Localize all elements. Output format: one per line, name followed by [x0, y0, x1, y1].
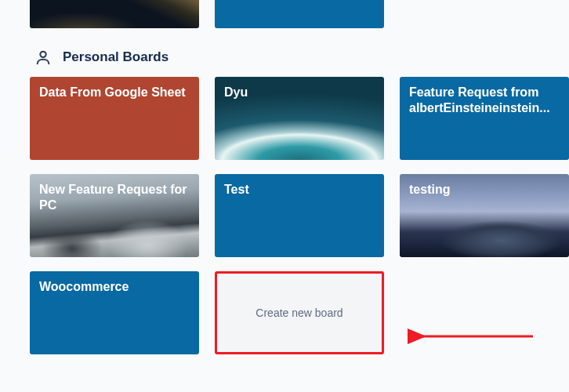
create-new-board-label: Create new board	[256, 307, 342, 319]
boards-grid: Data From Google Sheet Dyu Feature Reque…	[0, 77, 569, 354]
board-card-data-from-google-sheet[interactable]: Data From Google Sheet	[30, 77, 199, 160]
board-title: Data From Google Sheet	[39, 85, 190, 100]
svg-point-0	[40, 52, 45, 57]
board-title: New Feature Request for PC	[39, 182, 190, 213]
top-row	[0, 0, 569, 28]
person-icon	[34, 49, 52, 66]
board-card-dyu[interactable]: Dyu	[215, 77, 384, 160]
board-card-feature-request[interactable]: Feature Request from albertEinsteineinst…	[400, 77, 569, 160]
board-title: Woocommerce	[39, 279, 190, 295]
board-card-test[interactable]: Test	[215, 174, 384, 257]
board-card-woocommerce[interactable]: Woocommerce	[30, 271, 199, 354]
board-title: testing	[409, 182, 560, 198]
section-title: Personal Boards	[63, 49, 169, 65]
board-title: Feature Request from albertEinsteineinst…	[409, 85, 560, 116]
board-title: Test	[224, 182, 375, 198]
board-card-new-feature-request[interactable]: New Feature Request for PC	[30, 174, 199, 257]
create-new-board-button[interactable]: Create new board	[215, 271, 384, 354]
board-card[interactable]	[30, 0, 199, 28]
board-title: Dyu	[224, 85, 375, 100]
board-card-testing[interactable]: testing	[400, 174, 569, 257]
section-header: Personal Boards	[0, 28, 569, 77]
board-card[interactable]	[215, 0, 384, 28]
